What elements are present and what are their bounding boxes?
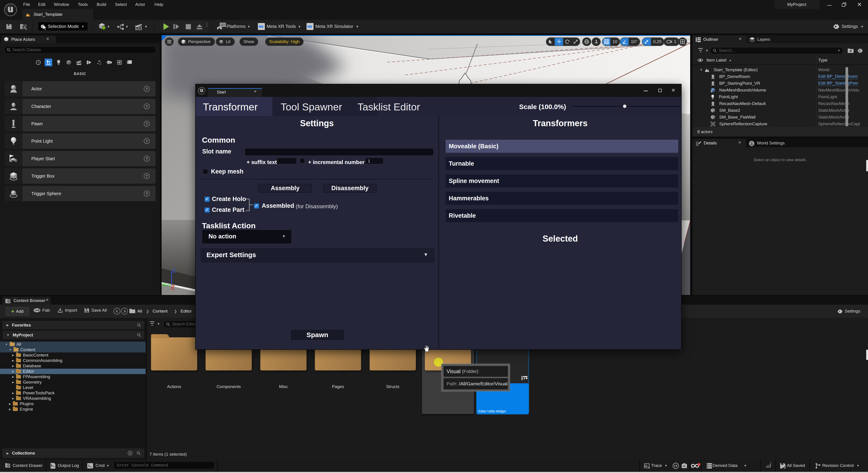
- svg-text:Y: Y: [162, 282, 166, 288]
- svg-text:FAB: FAB: [35, 309, 40, 312]
- svg-text:Z: Z: [173, 269, 176, 274]
- svg-text:X: X: [170, 285, 174, 291]
